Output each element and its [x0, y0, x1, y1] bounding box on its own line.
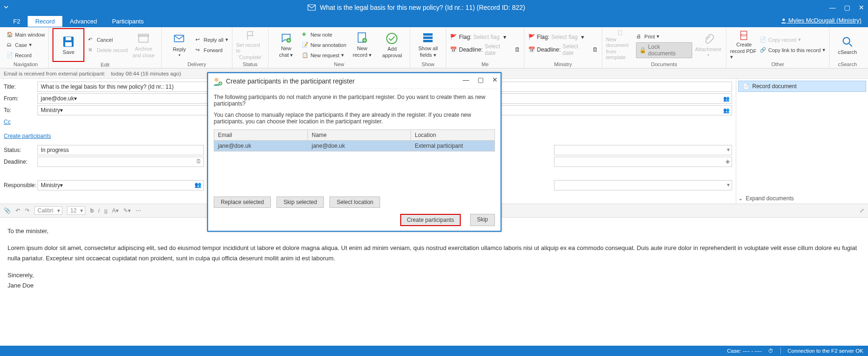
add-approval-button[interactable]: Add approval	[378, 30, 406, 60]
contacts-icon[interactable]: 👥	[722, 94, 731, 103]
record-button[interactable]: 📄Record	[7, 51, 45, 60]
attach-icon[interactable]: 📎	[4, 207, 11, 214]
select-date-me[interactable]: Select date	[485, 43, 513, 56]
save-icon	[62, 35, 75, 48]
show-all-fields-button[interactable]: Show all fields ▾	[414, 30, 442, 60]
cancel-button[interactable]: ↶Cancel	[88, 35, 127, 45]
chevron-down-icon[interactable]: ▾	[503, 34, 506, 40]
underline-button[interactable]: u	[104, 207, 107, 214]
select-date-ministry[interactable]: Select date	[562, 43, 591, 56]
tab-record[interactable]: Record	[28, 16, 62, 27]
tab-f2[interactable]: F2	[6, 16, 28, 27]
table-row[interactable]: jane@doe.uk jane@doe.uk External partici…	[214, 141, 494, 151]
new-record-button[interactable]: New record ▾	[348, 30, 376, 60]
delete-record-button[interactable]: ✖Delete record	[88, 45, 127, 55]
reply-all-button[interactable]: ↩Reply all ▾	[195, 35, 228, 45]
calendar-picker-icon[interactable]: 🗓	[515, 46, 520, 53]
undo-button[interactable]: ↶	[15, 207, 20, 214]
maximize-button[interactable]: ▢	[844, 4, 850, 11]
tab-advanced[interactable]: Advanced	[62, 16, 105, 27]
tag-icon: ◈	[726, 158, 730, 165]
case-button[interactable]: 🗂Case ▾	[7, 40, 45, 50]
deadline-field[interactable]: 🗓	[37, 157, 204, 167]
chevron-down-icon[interactable]: ▾	[581, 34, 584, 40]
new-annotation-button[interactable]: 📝New annotation	[302, 40, 346, 50]
svg-rect-0	[308, 5, 315, 10]
lock-icon: 🔒	[639, 47, 646, 53]
redo-button[interactable]: ↷	[25, 207, 30, 214]
select-flag-me[interactable]: Select flag	[473, 34, 501, 40]
tab-participants[interactable]: Participants	[105, 16, 151, 27]
cc-link[interactable]: Cc	[4, 119, 11, 125]
responsible-field[interactable]: Ministry ▾ 👥	[37, 180, 204, 190]
expand-editor-icon[interactable]: ⤢	[860, 207, 864, 214]
reply-button[interactable]: Reply ▾	[165, 30, 194, 60]
expand-documents-button[interactable]: ⌄ Expand documents	[738, 195, 866, 202]
main-window-button[interactable]: 🏠Main window	[7, 30, 45, 39]
col-name[interactable]: Name	[308, 130, 411, 140]
copy-link-button[interactable]: 🔗Copy link to this record ▾	[760, 45, 825, 55]
col-location[interactable]: Location	[411, 130, 494, 140]
col-email[interactable]: Email	[214, 130, 308, 140]
create-pdf-button[interactable]: PDF Create record PDF ▾	[730, 30, 758, 60]
bold-button[interactable]: b	[90, 207, 93, 214]
new-record-icon	[356, 31, 369, 45]
size-select[interactable]: 12	[67, 206, 85, 215]
svg-rect-6	[138, 34, 149, 36]
extra-field-2[interactable]: ▾	[554, 180, 732, 190]
cell-name: jane@doe.uk	[308, 141, 411, 151]
status-bar: Case: ---- - ---- ⏱ Connection to the F2…	[0, 346, 868, 356]
save-button[interactable]: Save	[54, 30, 82, 60]
window-title: What is the legal basis for this new pol…	[4, 4, 829, 11]
new-chat-button[interactable]: New chat ▾	[272, 30, 300, 60]
record-document-item[interactable]: 📄 Record document	[738, 81, 866, 92]
skip-selected-button[interactable]: Skip selected	[277, 197, 324, 208]
svg-rect-4	[65, 42, 72, 46]
lock-documents-button[interactable]: 🔒Lock documents	[636, 42, 692, 58]
user-label[interactable]: Myles McDougall (Ministry)	[781, 17, 861, 24]
select-flag-ministry[interactable]: Select flag	[551, 34, 579, 40]
menu-row: F2 Record Advanced Participants Myles Mc…	[0, 15, 868, 27]
replace-selected-button[interactable]: Replace selected	[214, 197, 271, 208]
attachment-button[interactable]: Attachment ▾	[694, 30, 722, 60]
create-participants-link[interactable]: Create participants	[4, 133, 51, 139]
italic-button[interactable]: i	[98, 207, 100, 214]
flag-label: Flag:	[537, 34, 550, 40]
dialog-maximize[interactable]: ▢	[478, 76, 484, 83]
font-select[interactable]: Calibri	[34, 206, 62, 215]
csearch-button[interactable]: cSearch	[833, 30, 861, 60]
status-field[interactable]: In progress	[37, 145, 204, 155]
create-participants-dialog: Create participants in the participant r…	[207, 72, 501, 232]
create-participants-button[interactable]: Create participants	[400, 214, 461, 226]
new-request-button[interactable]: 📋New request ▾	[302, 51, 346, 60]
svg-rect-13	[423, 37, 433, 39]
calendar-picker-icon[interactable]: 🗓	[592, 46, 598, 53]
calendar-icon[interactable]: 🗓	[196, 158, 202, 165]
connection-status: Connection to the F2 server OK	[787, 348, 863, 354]
forward-button[interactable]: ↪Forward	[195, 45, 228, 55]
copy-record-button[interactable]: 📄Copy record ▾	[760, 35, 825, 45]
skip-button[interactable]: Skip	[470, 214, 495, 226]
dialog-title-bar: Create participants in the participant r…	[208, 73, 501, 89]
letter-date-field[interactable]: ▾	[554, 145, 732, 155]
window-icon: 🏠	[7, 31, 13, 38]
set-complete-button[interactable]: Set record to 'Complete'	[236, 30, 264, 60]
minimize-button[interactable]: —	[829, 4, 836, 11]
new-note-button[interactable]: ✚New note	[302, 30, 346, 39]
dialog-minimize[interactable]: —	[463, 76, 469, 83]
dialog-close[interactable]: ✕	[492, 76, 498, 83]
to-label: To:	[4, 107, 37, 114]
highlight-button[interactable]: ✎▾	[123, 207, 131, 214]
print-button[interactable]: 🖨Print ▾	[636, 32, 692, 41]
plus-icon: ✚	[302, 31, 308, 38]
extra-field-1[interactable]: ◈	[554, 157, 732, 167]
font-color-button[interactable]: A▾	[112, 207, 119, 214]
new-doc-template-button[interactable]: New document from template	[606, 30, 634, 60]
select-location-button[interactable]: Select location	[329, 197, 380, 208]
deadline-label: Deadline:	[459, 46, 483, 53]
close-button[interactable]: ✕	[859, 4, 864, 11]
more-formatting-button[interactable]: ⋯	[135, 207, 141, 214]
archive-close-button[interactable]: Archive and close	[129, 30, 157, 60]
contacts-icon[interactable]: 👥	[722, 106, 731, 114]
contacts-icon[interactable]: 👥	[195, 182, 202, 188]
